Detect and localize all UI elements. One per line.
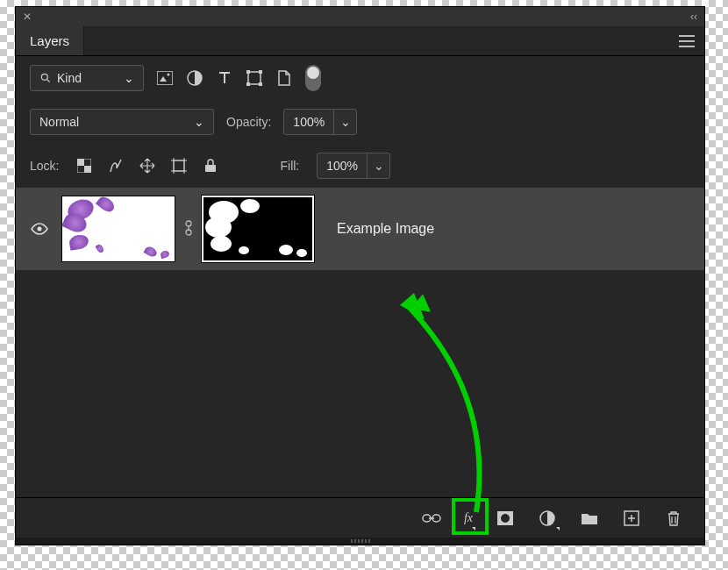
layer-thumbnail[interactable] xyxy=(61,196,175,262)
fill-label: Fill: xyxy=(280,159,299,173)
layer-name[interactable]: Example Image xyxy=(337,221,434,237)
new-layer-icon[interactable] xyxy=(622,509,641,528)
tab-layers[interactable]: Layers xyxy=(16,26,84,55)
svg-rect-1 xyxy=(157,71,173,85)
tab-label: Layers xyxy=(30,33,69,48)
filter-text-icon[interactable] xyxy=(216,69,233,87)
layer-actions-bar: fx xyxy=(16,497,704,538)
filter-smartobject-icon[interactable] xyxy=(275,69,293,87)
layer-mask-thumbnail[interactable] xyxy=(202,196,314,262)
chevron-down-icon: ⌄ xyxy=(367,153,389,178)
svg-rect-7 xyxy=(259,70,262,74)
chevron-down-icon: ⌄ xyxy=(333,110,356,134)
filter-toggle[interactable] xyxy=(305,65,321,91)
lock-artboard-icon[interactable] xyxy=(171,158,187,174)
blend-row: Normal ⌄ Opacity: 100% ⌄ xyxy=(16,100,704,144)
svg-rect-9 xyxy=(259,82,262,86)
lock-position-icon[interactable] xyxy=(139,158,155,174)
lock-row: Lock: Fill: 100% ⌄ xyxy=(16,144,704,188)
svg-point-0 xyxy=(41,74,47,80)
svg-rect-5 xyxy=(248,72,261,84)
add-mask-icon[interactable] xyxy=(496,509,515,528)
filter-shape-icon[interactable] xyxy=(246,69,263,87)
layer-fx-icon[interactable]: fx xyxy=(464,509,473,528)
layers-panel: ✕ ‹‹ Layers Kind ⌄ xyxy=(16,7,704,545)
fill-value: 100% xyxy=(318,159,367,173)
panel-titlebar: ✕ ‹‹ xyxy=(16,7,704,26)
lock-image-icon[interactable] xyxy=(108,158,124,174)
lock-all-icon[interactable] xyxy=(203,158,218,174)
opacity-input[interactable]: 100% ⌄ xyxy=(283,109,357,135)
svg-rect-8 xyxy=(246,82,250,86)
svg-marker-2 xyxy=(160,76,167,82)
visibility-toggle[interactable] xyxy=(26,223,53,235)
opacity-value: 100% xyxy=(284,115,333,129)
filter-kind-label: Kind xyxy=(57,71,82,85)
blend-mode-dropdown[interactable]: Normal ⌄ xyxy=(30,109,214,135)
filter-adjustment-icon[interactable] xyxy=(186,69,203,87)
lock-transparent-icon[interactable] xyxy=(76,158,92,174)
svg-rect-6 xyxy=(246,70,250,74)
adjustment-layer-icon[interactable] xyxy=(538,509,557,528)
tab-row: Layers xyxy=(16,26,704,56)
lock-label: Lock: xyxy=(30,159,59,173)
svg-rect-14 xyxy=(205,165,216,172)
group-icon[interactable] xyxy=(580,509,599,528)
svg-point-21 xyxy=(501,514,510,523)
layer-row[interactable]: Example Image xyxy=(16,188,704,270)
chevron-down-icon: ⌄ xyxy=(194,115,204,129)
collapse-icon[interactable]: ‹‹ xyxy=(690,11,697,23)
svg-point-15 xyxy=(38,227,42,232)
chevron-down-icon: ⌄ xyxy=(124,71,134,85)
blend-mode-value: Normal xyxy=(39,115,79,129)
layer-list: Example Image xyxy=(16,188,704,497)
filter-row: Kind ⌄ xyxy=(16,56,704,100)
svg-point-3 xyxy=(168,74,170,76)
svg-rect-12 xyxy=(84,166,91,173)
fill-input[interactable]: 100% ⌄ xyxy=(317,153,390,179)
resize-grip[interactable] xyxy=(16,538,704,545)
filter-pixel-icon[interactable] xyxy=(156,69,174,87)
filter-kind-dropdown[interactable]: Kind ⌄ xyxy=(30,65,144,91)
link-layers-icon[interactable] xyxy=(422,509,441,528)
panel-menu-icon[interactable] xyxy=(669,26,704,55)
opacity-label: Opacity: xyxy=(226,115,271,129)
search-icon xyxy=(39,72,52,84)
delete-layer-icon[interactable] xyxy=(664,509,683,528)
link-mask-icon[interactable] xyxy=(184,220,193,239)
svg-rect-11 xyxy=(77,159,84,166)
close-icon[interactable]: ✕ xyxy=(23,11,32,23)
svg-rect-13 xyxy=(174,160,184,171)
